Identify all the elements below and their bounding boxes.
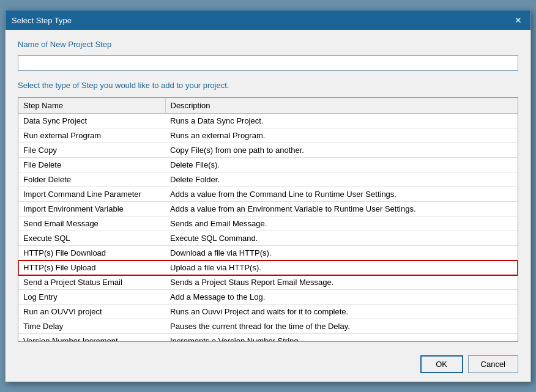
step-name-cell: Import Environment Variable <box>18 202 165 216</box>
table-row[interactable]: Data Sync ProjectRuns a Data Sync Projec… <box>18 114 518 128</box>
close-button[interactable]: ✕ <box>512 14 524 26</box>
step-desc-cell: Delete Folder. <box>165 172 518 187</box>
step-desc-cell: Sends and Email Message. <box>165 216 518 231</box>
step-name-cell: Data Sync Project <box>18 114 165 128</box>
table-row[interactable]: Send Email MessageSends and Email Messag… <box>18 216 518 231</box>
table-row[interactable]: Time DelayPauses the current thread for … <box>18 319 518 334</box>
step-desc-cell: Runs an external Program. <box>165 128 518 143</box>
step-name-cell: Log Entry <box>18 290 165 305</box>
step-type-table: Step Name Description Data Sync ProjectR… <box>18 98 518 342</box>
table-row[interactable]: Run an OUVVI projectRuns an Ouvvi Projec… <box>18 305 518 319</box>
table-body: Data Sync ProjectRuns a Data Sync Projec… <box>18 114 518 342</box>
table-row[interactable]: Import Command Line ParameterAdds a valu… <box>18 187 518 202</box>
name-input[interactable] <box>18 55 518 71</box>
step-desc-cell: Adds a value from an Environment Variabl… <box>165 202 518 216</box>
select-type-label: Select the type of Step you would like t… <box>18 81 518 90</box>
step-desc-cell: Pauses the current thread for the time o… <box>165 319 518 334</box>
step-desc-cell: Add a Message to the Log. <box>165 290 518 305</box>
table-row[interactable]: Run external ProgramRuns an external Pro… <box>18 128 518 143</box>
step-name-cell: Folder Delete <box>18 172 165 187</box>
table-row[interactable]: Version Number IncrementIncrements a Ver… <box>18 334 518 342</box>
dialog-body: Name of New Project Step Select the type… <box>6 30 530 349</box>
table-row[interactable]: Import Environment VariableAdds a value … <box>18 202 518 216</box>
step-name-cell: Version Number Increment <box>18 334 165 342</box>
cancel-button[interactable]: Cancel <box>468 355 518 373</box>
step-name-cell: File Delete <box>18 158 165 172</box>
step-desc-cell: Execute SQL Command. <box>165 231 518 246</box>
table-row[interactable]: Execute SQLExecute SQL Command. <box>18 231 518 246</box>
step-desc-cell: Runs an Ouvvi Project and waits for it t… <box>165 305 518 319</box>
step-name-cell: Run an OUVVI project <box>18 305 165 319</box>
column-header-name: Step Name <box>18 98 165 114</box>
table-row[interactable]: HTTP(s) File DownloadDownload a file via… <box>18 246 518 261</box>
step-name-cell: Execute SQL <box>18 231 165 246</box>
select-step-type-dialog: Select Step Type ✕ Name of New Project S… <box>5 10 531 382</box>
dialog-title: Select Step Type <box>12 16 72 25</box>
step-name-cell: Time Delay <box>18 319 165 334</box>
step-name-cell: File Copy <box>18 143 165 158</box>
table-row[interactable]: File CopyCopy File(s) from one path to a… <box>18 143 518 158</box>
step-name-cell: Run external Program <box>18 128 165 143</box>
name-field-label: Name of New Project Step <box>18 40 518 49</box>
ok-button[interactable]: OK <box>420 355 463 373</box>
table-header-row: Step Name Description <box>18 98 518 114</box>
table-row[interactable]: Folder DeleteDelete Folder. <box>18 172 518 187</box>
step-type-table-container: Step Name Description Data Sync ProjectR… <box>18 97 518 342</box>
step-desc-cell: Runs a Data Sync Project. <box>165 114 518 128</box>
step-desc-cell: Copy File(s) from one path to another. <box>165 143 518 158</box>
step-name-cell: Send Email Message <box>18 216 165 231</box>
step-desc-cell: Sends a Project Staus Report Email Messa… <box>165 275 518 290</box>
table-row[interactable]: Send a Project Status EmailSends a Proje… <box>18 275 518 290</box>
step-desc-cell: Adds a value from the Command Line to Ru… <box>165 187 518 202</box>
step-desc-cell: Increments a Version Number String. <box>165 334 518 342</box>
step-desc-cell: Delete File(s). <box>165 158 518 172</box>
step-desc-cell: Download a file via HTTP(s). <box>165 246 518 261</box>
table-row[interactable]: File DeleteDelete File(s). <box>18 158 518 172</box>
table-row[interactable]: HTTP(s) File UploadUpload a file via HTT… <box>18 261 518 275</box>
step-name-cell: Send a Project Status Email <box>18 275 165 290</box>
table-row[interactable]: Log EntryAdd a Message to the Log. <box>18 290 518 305</box>
step-name-cell: Import Command Line Parameter <box>18 187 165 202</box>
step-name-cell: HTTP(s) File Download <box>18 246 165 261</box>
title-bar: Select Step Type ✕ <box>6 10 530 30</box>
dialog-footer: OK Cancel <box>6 349 530 382</box>
step-name-cell: HTTP(s) File Upload <box>18 261 165 275</box>
column-header-desc: Description <box>165 98 518 114</box>
step-desc-cell: Upload a file via HTTP(s). <box>165 261 518 275</box>
